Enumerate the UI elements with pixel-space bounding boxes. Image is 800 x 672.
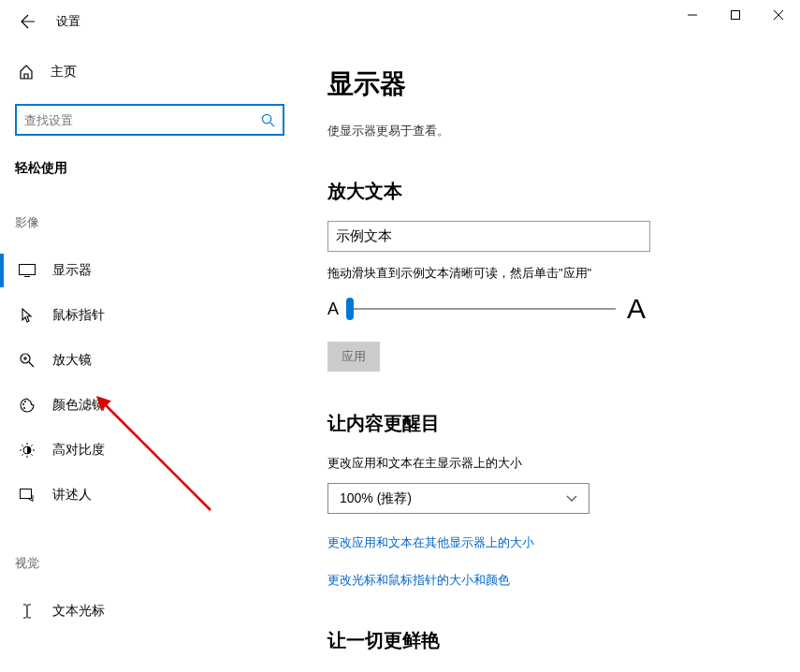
home-nav[interactable]: 主页 (15, 51, 284, 93)
nav-magnifier[interactable]: 放大镜 (0, 338, 299, 383)
narrator-icon (20, 489, 35, 502)
nav-display[interactable]: 显示器 (0, 248, 299, 293)
contrast-icon (20, 443, 35, 458)
minimize-icon (688, 10, 697, 20)
section-vision-label: 视觉 (15, 555, 284, 572)
section-video-label: 影像 (15, 214, 284, 231)
svg-point-1 (262, 114, 270, 123)
svg-point-6 (23, 407, 25, 409)
page-title: 显示器 (327, 66, 772, 102)
other-displays-link[interactable]: 更改应用和文本在其他显示器上的大小 (327, 534, 772, 551)
chevron-down-icon (566, 495, 577, 503)
page-subtitle: 使显示器更易于查看。 (327, 123, 772, 139)
magnifier-icon (20, 353, 35, 368)
svg-rect-0 (732, 11, 740, 20)
apply-button[interactable]: 应用 (327, 342, 380, 372)
monitor-icon (19, 264, 36, 277)
nav-narrator[interactable]: 讲述人 (0, 473, 299, 518)
nav-high-contrast[interactable]: 高对比度 (0, 428, 299, 473)
search-input[interactable] (24, 113, 261, 127)
nav-mouse[interactable]: 鼠标指针 (0, 293, 299, 338)
slider-instruction: 拖动滑块直到示例文本清晰可读，然后单击"应用" (327, 265, 772, 282)
nav-text-cursor[interactable]: 文本光标 (0, 589, 299, 634)
small-a-icon: A (327, 299, 339, 319)
home-icon (19, 65, 34, 80)
arrow-left-icon (21, 14, 36, 29)
minimize-button[interactable] (671, 0, 714, 30)
svg-point-4 (22, 403, 24, 405)
svg-rect-8 (21, 489, 32, 499)
big-a-icon: A (627, 293, 646, 325)
nav-label: 讲述人 (52, 487, 92, 504)
nav-label: 鼠标指针 (52, 307, 105, 324)
cursor-icon (21, 308, 34, 323)
scale-label: 更改应用和文本在主显示器上的大小 (327, 455, 772, 472)
text-cursor-icon (22, 604, 33, 619)
back-button[interactable] (9, 3, 47, 40)
dropdown-value: 100% (推荐) (340, 490, 412, 507)
scale-dropdown[interactable]: 100% (推荐) (327, 483, 589, 514)
home-label: 主页 (51, 64, 77, 80)
maximize-icon (731, 10, 740, 20)
nav-label: 高对比度 (52, 442, 105, 459)
nav-label: 颜色滤镜 (52, 397, 105, 414)
nav-label: 放大镜 (52, 352, 92, 369)
close-button[interactable] (757, 0, 800, 30)
prominent-heading: 让内容更醒目 (327, 411, 772, 436)
cursor-size-link[interactable]: 更改光标和鼠标指针的大小和颜色 (327, 572, 772, 589)
text-size-slider[interactable] (350, 308, 616, 310)
svg-rect-2 (20, 265, 36, 275)
nav-color-filter[interactable]: 颜色滤镜 (0, 383, 299, 428)
main-content: 显示器 使显示器更易于查看。 放大文本 示例文本 拖动滑块直到示例文本清晰可读，… (299, 42, 800, 672)
palette-icon (20, 398, 35, 413)
category-title: 轻松使用 (15, 160, 284, 177)
svg-point-5 (24, 401, 26, 402)
search-box[interactable] (15, 104, 284, 136)
search-icon (261, 113, 275, 127)
vivid-heading: 让一切更鲜艳 (327, 628, 772, 653)
sidebar: 主页 轻松使用 影像 显示器 鼠标指针 放大镜 颜色滤镜 (0, 42, 299, 672)
window-title: 设置 (56, 13, 80, 30)
nav-label: 显示器 (52, 262, 92, 279)
enlarge-text-heading: 放大文本 (327, 179, 772, 204)
nav-label: 文本光标 (52, 603, 105, 620)
close-icon (774, 10, 783, 20)
sample-text-box: 示例文本 (327, 221, 650, 252)
maximize-button[interactable] (714, 0, 757, 30)
slider-thumb[interactable] (346, 298, 354, 320)
